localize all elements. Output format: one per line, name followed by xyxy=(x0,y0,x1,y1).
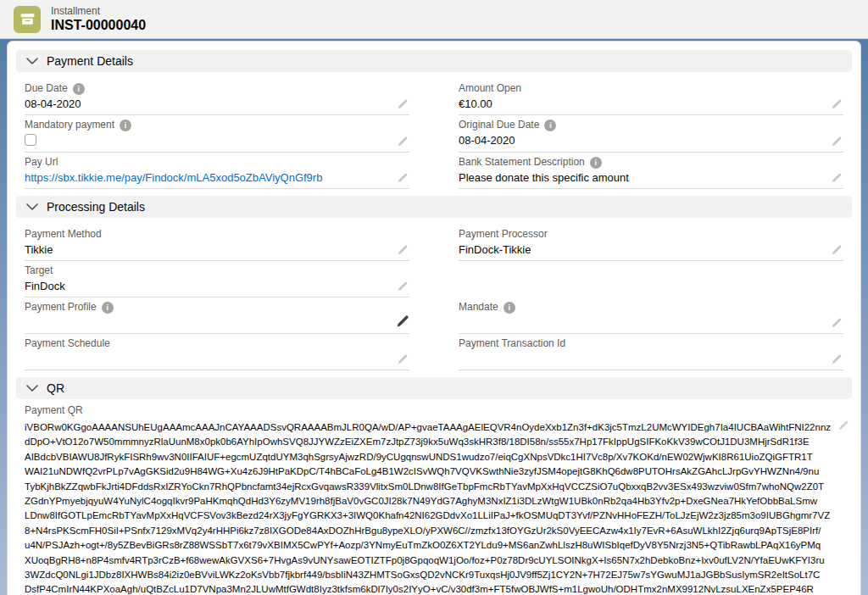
field-label: Target xyxy=(25,264,53,277)
edit-pencil-icon[interactable] xyxy=(397,281,408,292)
section-title: QR xyxy=(47,381,64,395)
field-label: Mandate xyxy=(459,301,498,314)
field-payment-schedule: Payment Schedule xyxy=(25,334,409,370)
field-mandatory-payment: Mandatory paymenti xyxy=(25,115,409,153)
edit-pencil-icon[interactable] xyxy=(395,314,409,327)
edit-pencil-icon[interactable] xyxy=(831,353,842,364)
field-label: Payment Method xyxy=(25,228,102,241)
section-title: Processing Details xyxy=(47,200,145,214)
field-bank-statement-description: Bank Statement Descriptioni Please donat… xyxy=(459,153,843,189)
field-due-date: Due Datei 08-04-2020 xyxy=(25,79,409,115)
field-label: Mandatory payment xyxy=(25,119,114,131)
section-title: Payment Details xyxy=(47,54,133,68)
qr-text-line: XUoqBgRH8+n8P4smfv4RTp3rCzB+f68wewAkGVXS… xyxy=(25,553,843,568)
field-value: FinDock-Tikkie xyxy=(459,242,821,258)
field-mandate: Mandatei xyxy=(459,298,843,334)
field-value: Tikkie xyxy=(25,242,387,258)
edit-pencil-icon[interactable] xyxy=(397,353,408,364)
section-header-payment-details[interactable]: Payment Details xyxy=(16,50,852,72)
field-label: Original Due Date xyxy=(459,119,539,131)
edit-pencil-icon[interactable] xyxy=(831,98,842,109)
info-icon[interactable]: i xyxy=(73,83,85,95)
edit-pencil-icon[interactable] xyxy=(397,244,408,255)
qr-text-line: DsfP4CmIrN44KPXoaAgh/uQtBZcLu1D7VNpa3Mn2… xyxy=(25,582,843,595)
field-label: Pay Url xyxy=(25,156,58,169)
field-value: Please donate this specific amount xyxy=(459,170,821,186)
qr-text-line: 8+N4rsPKScmFH0SiI+PSnfx7129xMVq2y4rHHPi6… xyxy=(25,524,843,538)
edit-pencil-icon[interactable] xyxy=(831,317,842,328)
installment-box-icon xyxy=(14,6,41,33)
field-label: Payment Profile xyxy=(25,301,97,314)
chevron-down-icon xyxy=(26,385,38,392)
field-value: 08-04-2020 xyxy=(25,97,387,112)
field-value: FinDock xyxy=(25,279,387,294)
info-icon[interactable]: i xyxy=(590,157,602,169)
mandatory-payment-checkbox[interactable] xyxy=(25,134,36,146)
empty-field-slot xyxy=(459,261,843,298)
field-label: Payment Transaction Id xyxy=(459,337,565,350)
section-header-processing-details[interactable]: Processing Details xyxy=(16,196,852,218)
qr-text-line: TybKjhBkZZqwbFkJrti4DFddsRxIZRYoCkn7RhQP… xyxy=(25,480,843,494)
processing-details-fields: Payment Method Tikkie Payment Processor … xyxy=(16,225,852,370)
field-value xyxy=(459,315,821,331)
info-icon[interactable]: i xyxy=(544,120,556,131)
qr-text-line: LDnw8IfGOTLpEmcRbTYavMpXxHqVCFSVov3kBezd… xyxy=(25,509,843,523)
field-pay-url: Pay Url https://sbx.tikkie.me/pay/Findoc… xyxy=(25,153,409,189)
edit-pencil-icon[interactable] xyxy=(397,98,408,109)
edit-pencil-icon[interactable] xyxy=(837,420,849,431)
edit-pencil-icon[interactable] xyxy=(397,172,408,183)
field-value: €10.00 xyxy=(459,97,821,112)
info-icon[interactable]: i xyxy=(504,302,515,314)
edit-pencil-icon[interactable] xyxy=(831,136,842,147)
qr-text-line: WAI21uNDWfQ2vrPLp7vAgGKSid2u9H84WG+Xu4z6… xyxy=(25,464,843,479)
record-header: Installment INST-00000040 xyxy=(0,0,868,39)
edit-pencil-icon[interactable] xyxy=(831,172,842,183)
qr-text-line: AIBdcbVBIAWU8JfRykFISRh9wv3N0IIFAIUF+egc… xyxy=(25,450,843,464)
info-icon[interactable]: i xyxy=(102,302,114,314)
qr-text-line: 3WZdcQ0NLgi1JDbz8IXHWBs84i2iz0eBVviLWKz2… xyxy=(25,568,843,582)
chevron-down-icon xyxy=(26,58,38,64)
field-label: Payment QR xyxy=(25,404,843,417)
field-payment-qr: Payment QR iVBORw0KGgoAAAANSUhEUgAAAmcAA… xyxy=(16,399,852,595)
field-label: Amount Open xyxy=(459,82,521,95)
field-payment-method: Payment Method Tikkie xyxy=(25,225,409,261)
page-background: Installment INST-00000040 Payment Detail… xyxy=(0,0,868,595)
payment-details-fields: Due Datei 08-04-2020 Amount Open €10.00 … xyxy=(16,79,852,189)
payment-qr-value: iVBORw0KGgoAAAANSUhEUgAAAmcAAAJnCAYAAADS… xyxy=(25,420,843,595)
entity-label: Installment xyxy=(51,6,146,17)
field-payment-processor: Payment Processor FinDock-Tikkie xyxy=(459,225,843,261)
edit-pencil-icon[interactable] xyxy=(831,244,842,255)
record-detail-card: Payment Details Due Datei 08-04-2020 Amo… xyxy=(7,41,861,595)
qr-text-line: ZGdnYPmyebjqyuW4YuNylC4ogqIkvr9PaHKmqhQd… xyxy=(25,494,843,509)
page-title: INST-00000040 xyxy=(51,18,146,33)
field-payment-transaction-id: Payment Transaction Id xyxy=(459,334,843,370)
qr-text-line: iVBORw0KGgoAAAANSUhEUgAAAmcAAAJnCAYAAADS… xyxy=(25,420,843,435)
field-payment-profile: Payment Profilei xyxy=(25,298,409,334)
field-amount-open: Amount Open €10.00 xyxy=(459,79,843,115)
field-value xyxy=(25,352,387,367)
field-original-due-date: Original Due Datei 08-04-2020 xyxy=(459,115,843,153)
field-value: 08-04-2020 xyxy=(459,133,821,148)
pay-url-link[interactable]: https://sbx.tikkie.me/pay/Findock/mLA5xo… xyxy=(25,171,322,184)
field-label: Bank Statement Description xyxy=(459,156,585,169)
info-icon[interactable]: i xyxy=(120,120,131,131)
field-label: Payment Processor xyxy=(459,228,548,241)
chevron-down-icon xyxy=(26,203,38,210)
edit-pencil-icon[interactable] xyxy=(397,136,408,147)
field-value xyxy=(459,352,821,367)
field-label: Due Date xyxy=(25,82,68,95)
section-header-qr[interactable]: QR xyxy=(16,377,852,399)
field-target: Target FinDock xyxy=(25,261,409,298)
qr-text-line: dDpO+VtO12o7W50mmmnyzRlaUunM8x0pk0b6AYhI… xyxy=(25,435,843,449)
field-label: Payment Schedule xyxy=(25,337,110,350)
qr-text-line: u4N/PSJAzh+ogt+/8y5ZBevBiGRs8rZ88WSSbT7x… xyxy=(25,538,843,553)
field-value xyxy=(25,315,387,331)
